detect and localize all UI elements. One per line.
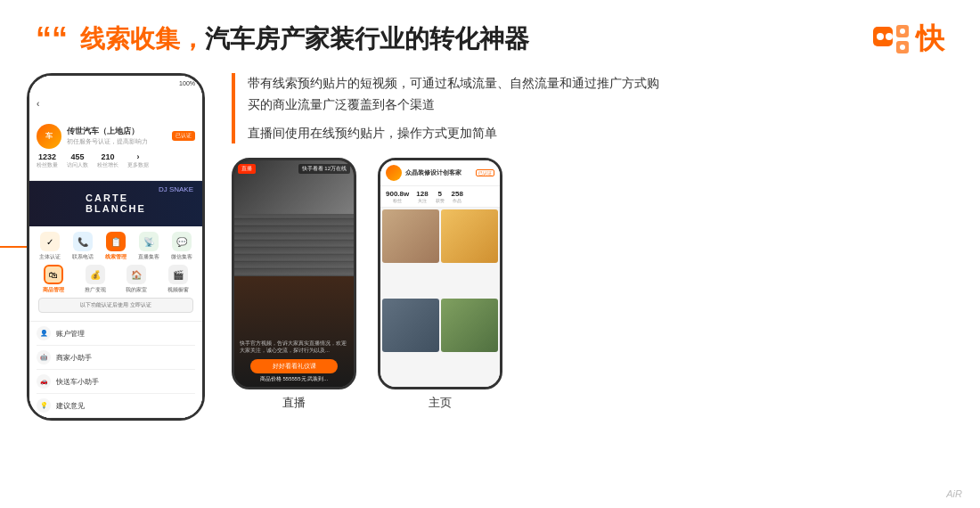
menu-item-goods: 🛍 商品管理 <box>43 265 64 294</box>
profile-name: 传世汽车（上地店） <box>67 126 167 137</box>
keyboard-pattern-decor <box>234 214 354 276</box>
main-content: 上传商品 管理线索 100% ‹ <box>0 73 980 421</box>
desc-line3: 直播间使用在线预约贴片，操作方式更加简单 <box>248 123 953 144</box>
stat-more: › 更多数据 <box>127 152 149 169</box>
grid-item-4 <box>441 299 498 352</box>
banner-area: CARTEBLANCHE DJ SNAKE <box>29 181 202 226</box>
title-row: ““ 线索收集，汽车房产家装行业的转化神器 <box>36 22 529 56</box>
list-item-assistant: 🤖 商家小助手 <box>37 346 195 370</box>
menu-item-promote: 💰 推广变现 <box>85 265 106 294</box>
page-header: ““ 线索收集，汽车房产家装行业的转化神器 快 <box>0 0 980 68</box>
list-text-assistant: 商家小助手 <box>56 353 92 363</box>
menu-label-wechat: 微信集客 <box>171 253 192 261</box>
list-text-car: 快送车小助手 <box>56 377 99 387</box>
live-badge: 直播 <box>238 164 256 174</box>
list-icon-assistant: 🤖 <box>37 350 51 365</box>
status-bar: 100% <box>29 76 202 92</box>
svg-point-2 <box>886 33 893 40</box>
title-normal: 汽车房产家装行业的转化神器 <box>205 25 529 53</box>
right-content: 带有线索预约贴片的短视频，可通过私域流量、自然流量和通过推广方式购 买的商业流量… <box>223 73 953 411</box>
quote-mark-icon: ““ <box>36 23 68 55</box>
logo-area: 快 <box>871 20 944 59</box>
menu-label-promote: 推广变现 <box>85 286 106 294</box>
menu-icon-zhuti: ✓ <box>40 232 60 251</box>
r-stat-follow: 128 关注 <box>416 190 428 203</box>
menu-label-zhuti: 主体认证 <box>39 253 61 261</box>
menu-label-home: 我的家室 <box>126 286 147 294</box>
list-item-feedback: 💡 建议意见 <box>37 394 195 418</box>
description-block: 带有线索预约贴片的短视频，可通过私域流量、自然流量和通过推广方式购 买的商业流量… <box>232 73 953 143</box>
menu-item-zhuti: ✓ 主体认证 <box>39 232 61 261</box>
phones-row: 直播 快手看看 12万在线 快手官方视频，告诉大家真实直播情况，欢迎大家关注，诚… <box>232 158 953 411</box>
phone-mid-screen: 直播 快手看看 12万在线 快手官方视频，告诉大家真实直播情况，欢迎大家关注，诚… <box>234 160 354 387</box>
menu-section: ✓ 主体认证 📞 联系电话 📋 线索管理 📡 <box>29 226 202 322</box>
stat-fans: 1232 粉丝数量 <box>37 152 58 169</box>
phone-right-container: 众晶装修设计创客家 已认证 900.8w 粉丝 128 关注 <box>378 158 502 411</box>
list-icon-car: 🚗 <box>37 374 51 389</box>
menu-item-video: 🎬 视频橱窗 <box>167 265 189 294</box>
right-grid <box>380 208 500 387</box>
phone-right: 众晶装修设计创客家 已认证 900.8w 粉丝 128 关注 <box>378 158 502 389</box>
grid-item-3 <box>382 299 439 352</box>
phone-label-zhuye: 主页 <box>378 395 502 411</box>
verify-badge: 已认证 <box>172 131 195 141</box>
banner-accent: DJ SNAKE <box>159 185 193 193</box>
live-video-bg: 直播 快手看看 12万在线 <box>234 160 354 276</box>
live-price: 商品价格 555555元 武装到... <box>240 375 348 383</box>
avatar: 车 <box>37 124 61 149</box>
menu-item-wechat: 💬 微信集客 <box>171 232 192 261</box>
logo-text: 快 <box>916 20 944 59</box>
menu-icon-home: 🏠 <box>127 265 146 284</box>
menu-icon-promote: 💰 <box>86 265 105 284</box>
menu-label-goods: 商品管理 <box>43 286 64 294</box>
page-title: 线索收集，汽车房产家装行业的转化神器 <box>80 22 529 56</box>
list-icon-account: 👤 <box>37 326 51 340</box>
right-verify: 已认证 <box>476 169 494 176</box>
certified-btn: 以下功能认证后使用 立即认证 <box>38 298 193 313</box>
watermark: AiR <box>946 488 962 499</box>
right-stats: 900.8w 粉丝 128 关注 5 获赞 <box>380 186 500 208</box>
phone-mid-container: 直播 快手看看 12万在线 快手官方视频，告诉大家真实直播情况，欢迎大家关注，诚… <box>232 158 356 411</box>
title-highlight: 线索收集， <box>80 25 205 53</box>
menu-label-video: 视频橱窗 <box>167 286 189 294</box>
menu-row-1: ✓ 主体认证 📞 联系电话 📋 线索管理 📡 <box>33 232 199 261</box>
desc-line1: 带有线索预约贴片的短视频，可通过私域流量、自然流量和通过推广方式购 <box>248 73 953 94</box>
phone-left: 100% ‹ 车 传世汽车（上地店） 初任服务号认证，提高影响力 已认证 <box>27 73 205 421</box>
stat-growth: 210 粉丝增长 <box>97 152 118 169</box>
menu-icon-phone: 📞 <box>73 232 93 251</box>
menu-row-2: 🛍 商品管理 💰 推广变现 🏠 我的家室 🎬 <box>33 265 199 294</box>
live-bottom: 快手官方视频，告诉大家真实直播情况，欢迎大家关注，诚心交流，探讨行为以及... … <box>234 276 354 387</box>
phone-screen-left: 100% ‹ 车 传世汽车（上地店） 初任服务号认证，提高影响力 已认证 <box>29 76 202 418</box>
svg-point-6 <box>900 45 905 50</box>
r-stat-fans: 900.8w 粉丝 <box>386 190 409 203</box>
menu-item-phone: 📞 联系电话 <box>72 232 94 261</box>
live-comment: 快手官方视频，告诉大家真实直播情况，欢迎大家关注，诚心交流，探讨行为以及... <box>240 340 348 355</box>
menu-icon-xiansuo: 📋 <box>106 232 126 251</box>
r-stat-works: 258 作品 <box>452 190 463 203</box>
right-name: 众晶装修设计创客家 <box>405 168 472 177</box>
list-icon-feedback: 💡 <box>37 398 51 413</box>
profile-top: 车 传世汽车（上地店） 初任服务号认证，提高影响力 已认证 <box>37 124 195 149</box>
phone-label-zhibo: 直播 <box>232 395 356 411</box>
list-section: 👤 账户管理 🤖 商家小助手 🚗 快送车小助手 💡 建议意见 <box>29 322 202 418</box>
grid-item-2 <box>441 209 498 263</box>
phone-nav: ‹ <box>29 92 202 117</box>
menu-icon-video: 🎬 <box>168 265 188 284</box>
profile-info: 传世汽车（上地店） 初任服务号认证，提高影响力 <box>67 126 167 146</box>
svg-point-1 <box>877 33 884 40</box>
menu-item-live: 📡 直播集客 <box>138 232 159 261</box>
right-avatar <box>386 165 402 181</box>
phone-mid: 直播 快手看看 12万在线 快手官方视频，告诉大家真实直播情况，欢迎大家关注，诚… <box>232 158 356 389</box>
list-text-feedback: 建议意见 <box>56 401 85 411</box>
right-top-bar: 众晶装修设计创客家 已认证 <box>380 160 500 186</box>
banner-text: CARTEBLANCHE <box>86 193 146 214</box>
stat-visits: 455 访问人数 <box>67 152 88 169</box>
profile-section: 车 传世汽车（上地店） 初任服务号认证，提高影响力 已认证 1232 粉丝数量 <box>29 117 202 181</box>
list-item-car: 🚗 快送车小助手 <box>37 370 195 394</box>
list-text-account: 账户管理 <box>56 329 85 339</box>
menu-label-live: 直播集客 <box>138 253 159 261</box>
back-arrow-icon: ‹ <box>37 99 39 109</box>
svg-point-4 <box>900 29 905 34</box>
live-overlay-top: 直播 快手看看 12万在线 <box>238 164 350 174</box>
menu-label-phone: 联系电话 <box>72 253 94 261</box>
